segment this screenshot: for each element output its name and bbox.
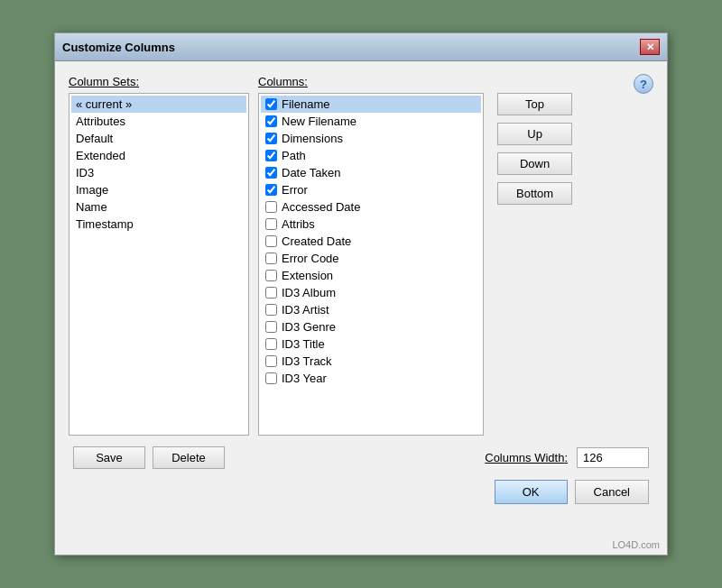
ok-button[interactable]: OK xyxy=(495,480,568,504)
delete-button[interactable]: Delete xyxy=(153,446,225,469)
column-item-id3-title[interactable]: ID3 Title xyxy=(261,335,481,353)
columns-area: Column Sets: « current » Attributes Defa… xyxy=(69,75,653,436)
bottom-button[interactable]: Bottom xyxy=(497,182,572,205)
column-checkbox-id3-title[interactable] xyxy=(265,338,277,350)
column-item-date-taken[interactable]: Date Taken xyxy=(261,164,481,181)
list-item[interactable]: Attributes xyxy=(71,113,246,130)
title-bar: Customize Columns ✕ xyxy=(55,33,667,61)
save-button[interactable]: Save xyxy=(73,446,145,469)
column-item-attribs[interactable]: Attribs xyxy=(261,216,481,233)
column-checkbox-attribs[interactable] xyxy=(265,218,277,230)
close-button[interactable]: ✕ xyxy=(640,39,660,55)
column-checkbox-extension[interactable] xyxy=(265,270,277,281)
top-button[interactable]: Top xyxy=(497,93,572,115)
column-item-id3-artist[interactable]: ID3 Artist xyxy=(261,301,481,318)
column-checkbox-id3-artist[interactable] xyxy=(265,304,277,316)
column-checkbox-error-code[interactable] xyxy=(265,253,277,264)
column-item-error[interactable]: Error xyxy=(261,181,481,198)
column-item-extension[interactable]: Extension xyxy=(261,267,481,284)
column-checkbox-accessed-date[interactable] xyxy=(265,201,277,213)
reorder-buttons-panel: Top Up Down Bottom xyxy=(497,75,572,436)
width-row: Columns Width: xyxy=(485,447,649,468)
column-checkbox-id3-album[interactable] xyxy=(265,287,277,299)
column-item-id3-genre[interactable]: ID3 Genre xyxy=(261,318,481,335)
list-item[interactable]: Timestamp xyxy=(71,216,246,233)
column-item-error-code[interactable]: Error Code xyxy=(261,250,481,267)
cancel-button[interactable]: Cancel xyxy=(575,480,649,504)
list-item[interactable]: Default xyxy=(71,130,246,147)
list-item[interactable]: « current » xyxy=(71,96,246,113)
ok-cancel-row: OK Cancel xyxy=(69,480,653,504)
list-item[interactable]: Image xyxy=(71,181,246,198)
column-item-id3-year[interactable]: ID3 Year xyxy=(261,370,481,387)
column-item-new-filename[interactable]: New Filename xyxy=(261,113,481,130)
columns-listbox[interactable]: Filename New Filename Dimensions Path Da… xyxy=(258,93,484,436)
dialog-title: Customize Columns xyxy=(62,41,175,54)
columns-width-input[interactable] xyxy=(577,447,649,468)
dialog-body: ? Column Sets: « current » Attributes De… xyxy=(55,61,667,518)
column-checkbox-id3-year[interactable] xyxy=(265,372,277,384)
columns-width-label: Columns Width: xyxy=(485,451,568,464)
column-item-path[interactable]: Path xyxy=(261,147,481,164)
save-delete-row: Save Delete xyxy=(73,446,225,469)
column-checkbox-error[interactable] xyxy=(265,184,277,196)
help-icon[interactable]: ? xyxy=(634,74,653,94)
column-item-id3-album[interactable]: ID3 Album xyxy=(261,284,481,301)
column-item-filename[interactable]: Filename xyxy=(261,96,481,113)
columns-label: Columns: xyxy=(258,75,484,88)
watermark: LO4D.com xyxy=(612,539,660,550)
column-checkbox-path[interactable] xyxy=(265,150,277,161)
column-checkbox-created-date[interactable] xyxy=(265,235,277,247)
column-sets-listbox[interactable]: « current » Attributes Default Extended … xyxy=(69,93,249,436)
column-checkbox-date-taken[interactable] xyxy=(265,167,277,179)
column-item-dimensions[interactable]: Dimensions xyxy=(261,130,481,147)
column-checkbox-id3-genre[interactable] xyxy=(265,321,277,333)
up-button[interactable]: Up xyxy=(497,123,572,145)
column-item-accessed-date[interactable]: Accessed Date xyxy=(261,198,481,216)
column-item-created-date[interactable]: Created Date xyxy=(261,233,481,250)
column-checkbox-filename[interactable] xyxy=(265,98,277,110)
column-sets-label: Column Sets: xyxy=(69,75,249,88)
column-checkbox-id3-track[interactable] xyxy=(265,355,277,367)
list-item[interactable]: ID3 xyxy=(71,164,246,181)
dialog: Customize Columns ✕ ? Column Sets: « cur… xyxy=(54,32,668,556)
column-item-id3-track[interactable]: ID3 Track xyxy=(261,353,481,370)
column-checkbox-dimensions[interactable] xyxy=(265,133,277,144)
list-item[interactable]: Extended xyxy=(71,147,246,164)
column-checkbox-new-filename[interactable] xyxy=(265,115,277,127)
down-button[interactable]: Down xyxy=(497,152,572,175)
column-sets-panel: Column Sets: « current » Attributes Defa… xyxy=(69,75,249,436)
columns-panel: Columns: Filename New Filename Dimension… xyxy=(258,75,484,436)
bottom-row: Save Delete Columns Width: xyxy=(69,446,653,469)
list-item[interactable]: Name xyxy=(71,198,246,216)
